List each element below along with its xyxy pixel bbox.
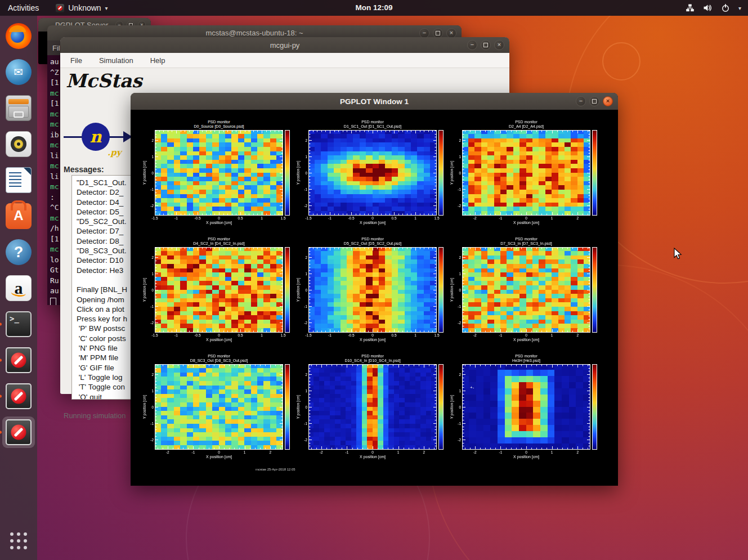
- psd-heatmap-canvas[interactable]: [308, 247, 437, 333]
- psd-heatmap-canvas[interactable]: [155, 130, 283, 216]
- chevron-down-icon: ▾: [105, 5, 108, 11]
- x-tick-label: 1: [397, 450, 400, 454]
- chevron-down-icon[interactable]: ▾: [738, 5, 741, 11]
- show-applications-button[interactable]: [2, 527, 35, 554]
- pgplot-noentry-icon: [6, 347, 32, 373]
- dock-item-help[interactable]: ?: [2, 239, 35, 266]
- menu-file[interactable]: File: [70, 56, 82, 65]
- y-tick-label: 1: [459, 155, 461, 159]
- plot-title: PSD monitor: [155, 354, 283, 359]
- activities-button[interactable]: Activities: [0, 0, 47, 16]
- x-tick-label: 1: [551, 216, 553, 220]
- ubuntu-software-icon: [6, 203, 32, 229]
- running-indicator: [0, 431, 2, 434]
- dock-item-thunderbird[interactable]: [2, 59, 35, 86]
- psd-plot-2: PSD monitorD1_SC1_Out [D1_SC1_Out.psd]Y …: [294, 120, 447, 235]
- x-tick-label: 0: [525, 450, 527, 454]
- psd-heatmap-canvas[interactable]: [308, 130, 437, 216]
- x-tick-label: 0.5: [238, 333, 243, 337]
- psd-heatmap-canvas[interactable]: [462, 364, 590, 450]
- dock-item-pgplot-1[interactable]: [2, 347, 35, 374]
- psd-plot-5: PSD monitorD5_SC2_Out [D5_SC2_Out.psd]Y …: [294, 237, 447, 352]
- colorbar: [592, 364, 597, 450]
- psd-heatmap-canvas[interactable]: [155, 364, 283, 450]
- dock-item-rhythmbox[interactable]: [2, 131, 35, 158]
- plot-subtitle: D4_SC2_In [D4_SC2_In.psd]: [155, 241, 283, 246]
- maximize-button[interactable]: [481, 40, 491, 50]
- mcstas-logo-py: .py: [108, 147, 121, 158]
- pgplot-noentry-icon: [6, 383, 32, 409]
- dock-item-terminal[interactable]: >_: [2, 311, 35, 338]
- minimize-button[interactable]: −: [419, 28, 429, 38]
- close-button[interactable]: ×: [603, 96, 613, 106]
- dock-item-amazon[interactable]: a: [2, 275, 35, 302]
- menu-simulation[interactable]: Simulation: [99, 56, 133, 65]
- status-text: Running simulation: [64, 411, 126, 420]
- y-tick-label: -1: [458, 304, 461, 308]
- dock-item-pgplot-2[interactable]: [2, 383, 35, 410]
- y-tick-label: 1: [459, 389, 461, 393]
- minimize-button[interactable]: −: [576, 96, 586, 106]
- y-tick-label: -1: [458, 421, 461, 425]
- app-menu[interactable]: Unknown ▾: [56, 3, 108, 12]
- x-tick-label: 1.5: [434, 216, 439, 220]
- amazon-icon: a: [6, 275, 32, 301]
- psd-plot-6: PSD monitorD7_SC3_In [D7_SC3_In.psd]Y po…: [447, 237, 601, 352]
- dock-item-libreoffice-writer[interactable]: [2, 167, 35, 194]
- y-tick-label: -1: [150, 421, 154, 425]
- clock-button[interactable]: Mon 12:09: [355, 0, 392, 16]
- y-tick-label: -1: [304, 304, 307, 308]
- network-icon[interactable]: [686, 3, 695, 12]
- x-tick-label: -0.5: [348, 216, 354, 220]
- y-tick-label: -2: [458, 203, 461, 207]
- y-tick-label: -2: [150, 320, 154, 324]
- x-tick-label: 1: [414, 333, 416, 337]
- close-button[interactable]: ×: [446, 28, 456, 38]
- dock-item-firefox[interactable]: [2, 23, 35, 50]
- firefox-icon: [6, 23, 32, 49]
- plot-title: PSD monitor: [308, 120, 437, 124]
- y-tick-label: 2: [151, 373, 154, 377]
- minimize-button[interactable]: −: [467, 40, 477, 50]
- plot-ylabel: Y position [cm]: [296, 278, 300, 302]
- close-button[interactable]: ×: [494, 40, 504, 50]
- window-title: mcstas@mcstas-ubuntu-18: ~: [47, 29, 462, 37]
- power-icon[interactable]: [721, 3, 730, 12]
- y-tick-label: 2: [305, 373, 307, 377]
- mcgui-titlebar[interactable]: mcgui-py − ×: [60, 37, 509, 53]
- maximize-button[interactable]: [433, 28, 443, 38]
- x-tick-label: 0: [371, 333, 374, 337]
- x-tick-label: -0.5: [194, 216, 200, 220]
- show-applications-icon: [10, 532, 28, 550]
- psd-heatmap-canvas[interactable]: [462, 130, 590, 216]
- dock-item-files[interactable]: [2, 95, 35, 122]
- psd-heatmap-canvas[interactable]: [155, 247, 283, 333]
- top-bar: Activities Unknown ▾ Mon 12:09 ▾: [0, 0, 748, 16]
- psd-heatmap-canvas[interactable]: [308, 364, 437, 450]
- x-tick-label: -1: [499, 450, 503, 454]
- x-tick-label: -1: [328, 333, 332, 337]
- x-tick-label: -1.5: [305, 216, 311, 220]
- plot-xlabel: X position [cm]: [462, 221, 590, 225]
- volume-icon[interactable]: [703, 3, 713, 12]
- running-indicator: [0, 323, 2, 326]
- pgplot-titlebar[interactable]: PGPLOT Window 1 − ×: [131, 93, 618, 110]
- maximize-button[interactable]: [589, 96, 599, 106]
- dock-item-ubuntu-software[interactable]: [2, 203, 35, 230]
- y-tick-label: -1: [304, 187, 307, 191]
- menu-help[interactable]: Help: [150, 56, 165, 65]
- plot-xlabel: X position [cm]: [308, 338, 437, 342]
- y-tick-label: 2: [459, 256, 461, 259]
- x-tick-label: -2: [473, 216, 477, 220]
- y-tick-label: 0: [459, 288, 461, 292]
- dock-item-pgplot-3-focused[interactable]: [2, 416, 35, 448]
- x-tick-label: -2: [166, 450, 169, 454]
- x-tick-label: 1: [244, 450, 246, 454]
- plot-subtitle: D5_SC2_Out [D5_SC2_Out.psd]: [308, 241, 437, 246]
- y-tick-label: 0: [305, 405, 307, 409]
- x-tick-label: 2: [576, 216, 579, 220]
- psd-heatmap-canvas[interactable]: [462, 247, 590, 333]
- plot-ylabel: Y position [cm]: [450, 161, 454, 185]
- x-tick-label: 1: [261, 333, 263, 337]
- pgplot-canvas-area: PSD monitorD0_Source [D0_Source.psd]Y po…: [131, 110, 618, 486]
